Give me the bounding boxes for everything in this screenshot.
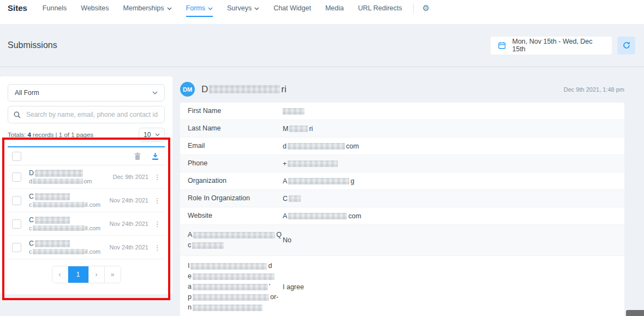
- avatar: DM: [180, 82, 195, 97]
- contact-info: D dom: [29, 169, 113, 184]
- row-checkbox[interactable]: [12, 196, 21, 205]
- redacted-text: [209, 85, 280, 93]
- contact-name: C: [29, 240, 109, 247]
- brand-sites[interactable]: Sites: [8, 3, 27, 13]
- list-header: [8, 147, 165, 165]
- row-checkbox[interactable]: [12, 172, 21, 182]
- nav-item-media[interactable]: Media: [325, 3, 344, 16]
- chevron-down-icon: [208, 7, 213, 10]
- pagination-next-button[interactable]: ›: [89, 266, 105, 283]
- row-menu-icon[interactable]: ⋮: [153, 196, 162, 205]
- chevron-down-icon: [254, 7, 259, 10]
- nav-item-memberships[interactable]: Memberships: [123, 3, 172, 16]
- calendar-icon: [498, 41, 505, 49]
- field-value: No: [283, 236, 291, 244]
- nav-item-surveys[interactable]: Surveys: [227, 3, 259, 16]
- delete-button[interactable]: [134, 152, 141, 160]
- redacted-text: [33, 249, 85, 254]
- row-menu-icon[interactable]: ⋮: [153, 243, 162, 252]
- form-filter-select[interactable]: All Form: [8, 84, 165, 102]
- gear-icon[interactable]: ⚙: [422, 3, 430, 13]
- corner-widget: [626, 310, 644, 316]
- redacted-text: [288, 213, 347, 219]
- nav-item-chat-widget[interactable]: Chat Widget: [273, 3, 311, 16]
- detail-row: First Name: [180, 103, 624, 120]
- redacted-text: [33, 178, 83, 184]
- detail-row: AQ c No: [180, 225, 624, 256]
- detail-row: Phone +: [180, 155, 624, 172]
- nav-item-forms[interactable]: Forms: [186, 3, 213, 17]
- totals-row: Totals: 4 records | 1 of 1 pages 10: [8, 128, 165, 142]
- contact-email: cil.com: [29, 225, 109, 231]
- redacted-text: [193, 232, 275, 239]
- page-title: Submissions: [8, 40, 57, 50]
- contact-email: cil.com: [29, 248, 109, 255]
- redacted-text: [33, 202, 85, 207]
- nav-item-funnels[interactable]: Funnels: [43, 3, 67, 16]
- form-filter-value: All Form: [15, 89, 39, 97]
- field-label: Website: [188, 211, 283, 221]
- nav-item-url-redirects[interactable]: URL Redirects: [358, 3, 402, 16]
- redacted-text: [35, 170, 83, 177]
- field-label: Last Name: [188, 123, 283, 134]
- field-label: First Name: [188, 106, 283, 116]
- top-nav: Sites Funnels Websites Memberships Forms…: [0, 0, 644, 24]
- submission-row[interactable]: D dom Dec 9th 2021 ⋮: [8, 165, 165, 189]
- detail-row: Last Name Mri: [180, 120, 624, 138]
- pagination-last-button[interactable]: »: [105, 266, 121, 283]
- field-value: dcom: [283, 142, 359, 150]
- submission-row[interactable]: C cil.com Nov 24th 2021 ⋮: [8, 212, 165, 236]
- row-checkbox[interactable]: [12, 219, 21, 229]
- field-value: Acom: [283, 212, 361, 220]
- redacted-text: [288, 143, 345, 150]
- export-button[interactable]: [151, 152, 159, 160]
- redacted-text: [289, 195, 301, 202]
- redacted-text: [190, 263, 267, 270]
- chevron-down-icon: [152, 91, 158, 94]
- nav-item-websites[interactable]: Websites: [81, 3, 109, 16]
- redacted-text: [193, 305, 263, 311]
- redacted-text: [35, 193, 70, 200]
- detail-row: Website Acom: [180, 207, 624, 225]
- contact-email: cil.com: [29, 201, 109, 208]
- redacted-text: [33, 225, 85, 231]
- submission-date: Nov 24th 2021: [109, 244, 148, 251]
- date-range-picker[interactable]: Mon, Nov 15th - Wed, Dec 15th: [491, 37, 612, 55]
- search-input[interactable]: [25, 110, 159, 119]
- submission-date: Nov 24th 2021: [109, 197, 148, 204]
- field-value: +: [283, 160, 338, 168]
- field-label: Phone: [188, 158, 283, 169]
- submissions-list: D dom Dec 9th 2021 ⋮ C cil.com Nov 24th …: [8, 146, 165, 259]
- redacted-text: [35, 240, 70, 247]
- field-value: Ag: [283, 177, 354, 185]
- field-value: I agree: [283, 283, 304, 291]
- contact-name: C: [29, 193, 109, 200]
- field-label: Organization: [188, 176, 283, 186]
- select-all-checkbox[interactable]: [12, 152, 21, 161]
- submission-row[interactable]: C cil.com Nov 24th 2021 ⋮: [8, 236, 165, 259]
- detail-fields-card: First Name Last Name Mri Email dcom Phon…: [180, 103, 624, 316]
- field-label: Id e a' por- n: [188, 261, 283, 313]
- search-icon: [14, 111, 21, 118]
- row-menu-icon[interactable]: ⋮: [153, 220, 162, 228]
- download-icon: [151, 152, 159, 160]
- contact-info: C cil.com: [29, 216, 109, 231]
- field-label: AQ c: [188, 230, 283, 251]
- row-checkbox[interactable]: [12, 243, 21, 252]
- redacted-text: [192, 242, 224, 249]
- chevron-down-icon: [155, 133, 160, 136]
- page-size-select[interactable]: 10: [139, 128, 165, 142]
- contact-name: C: [29, 216, 109, 224]
- pagination: ‹ 1 › »: [8, 266, 165, 283]
- search-box: [8, 106, 165, 123]
- refresh-button[interactable]: [617, 37, 635, 55]
- contact-info: C cil.com: [29, 240, 109, 255]
- redacted-text: [283, 108, 305, 115]
- contact-full-name: Dri: [201, 84, 564, 95]
- submission-row[interactable]: C cil.com Nov 24th 2021 ⋮: [8, 189, 165, 212]
- redacted-text: [193, 273, 275, 280]
- row-menu-icon[interactable]: ⋮: [153, 173, 162, 181]
- pagination-prev-button[interactable]: ‹: [52, 266, 68, 283]
- pagination-page-1-button[interactable]: 1: [68, 266, 89, 283]
- totals-text: Totals: 4 records | 1 of 1 pages: [8, 132, 93, 138]
